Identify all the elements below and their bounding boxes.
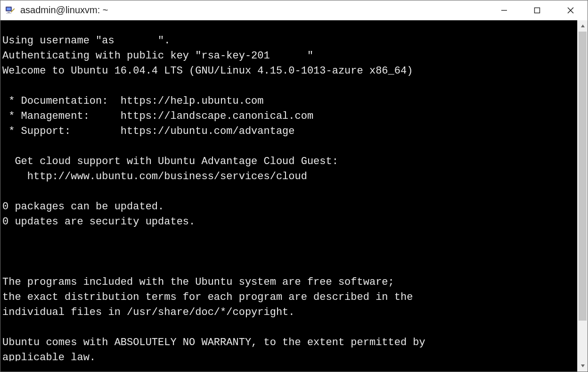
svg-rect-5 bbox=[535, 8, 540, 13]
scroll-thumb[interactable] bbox=[579, 32, 587, 321]
window-controls bbox=[488, 0, 588, 20]
maximize-button[interactable] bbox=[521, 0, 554, 20]
scroll-up-button[interactable] bbox=[578, 20, 588, 32]
scroll-track[interactable] bbox=[578, 32, 588, 360]
terminal-output[interactable]: Using username "as ". Authenticating wit… bbox=[0, 31, 577, 361]
svg-rect-2 bbox=[8, 12, 10, 13]
titlebar[interactable]: asadmin@linuxvm: ~ bbox=[0, 0, 588, 20]
putty-icon bbox=[4, 5, 16, 16]
scroll-down-button[interactable] bbox=[578, 360, 588, 372]
svg-marker-8 bbox=[581, 25, 585, 27]
svg-rect-1 bbox=[7, 8, 11, 10]
client-area: Using username "as ". Authenticating wit… bbox=[0, 20, 588, 372]
window-title: asadmin@linuxvm: ~ bbox=[20, 5, 108, 16]
minimize-button[interactable] bbox=[488, 0, 521, 20]
svg-marker-9 bbox=[581, 364, 585, 367]
vertical-scrollbar[interactable] bbox=[577, 20, 588, 372]
close-button[interactable] bbox=[554, 0, 588, 20]
svg-line-7 bbox=[568, 8, 573, 13]
svg-line-6 bbox=[568, 8, 573, 13]
app-window: asadmin@linuxvm: ~ Using username "as ".… bbox=[0, 0, 588, 372]
svg-rect-3 bbox=[6, 13, 11, 14]
